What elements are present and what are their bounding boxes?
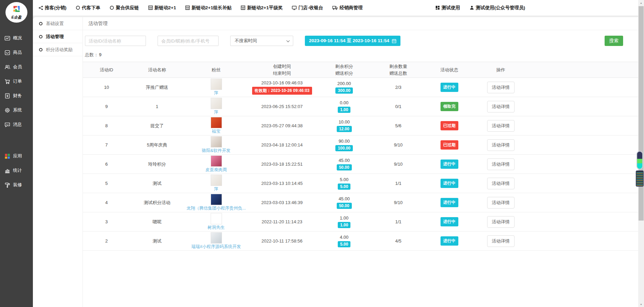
top-nav-item-6[interactable]: 门店-收银台 (292, 5, 323, 11)
fan-name-link[interactable]: 皮蛋瘦肉周 (206, 167, 227, 173)
fan-cell: 萍 (184, 174, 248, 193)
time-filter-select[interactable]: 不搜索时间 (230, 36, 293, 46)
sidebar-item-members[interactable]: 会员 (0, 60, 33, 74)
fan-avatar (211, 194, 222, 205)
date-range-button[interactable]: 2023-09-16 11:54 至 2023-10-16 11:54 (305, 36, 400, 46)
top-nav-user-label: 测试使用 (442, 5, 460, 11)
fan-cell: 骆阳&软件开发 (184, 135, 248, 154)
submenu-item-0[interactable]: 基础设置 (33, 17, 83, 30)
sidebar-item-finance[interactable]: 财务 (0, 88, 33, 103)
sidebar-item-decorate[interactable]: 装修 (0, 178, 33, 192)
remaining-points: 4.00 (315, 235, 373, 240)
sidebar-item-orders[interactable]: 订单 (0, 74, 33, 88)
floating-widget-gradient[interactable] (636, 151, 643, 169)
fan-avatar (211, 136, 222, 147)
sidebar-item-stats[interactable]: 统计 (0, 163, 33, 178)
search-button[interactable]: 搜索 (605, 36, 623, 46)
remaining-points: 10.00 (315, 119, 373, 125)
time-cell: 2022-11-20 11:14:23 (248, 219, 315, 224)
top-nav-item-5[interactable]: 新链动2+1平级奖 (241, 5, 283, 11)
fan-name-link[interactable]: 龙翔（腾信集团小程序贵州负... (187, 205, 246, 211)
status-cell: 进行中 (424, 217, 475, 226)
activities-table: 活动ID活动名称粉丝创建时间结束时间剩余积分赠送积分剩余数量赠送总数活动状态操作… (83, 62, 638, 251)
activity-id-cell: 10 (83, 85, 130, 90)
top-nav-item-2[interactable]: 聚合供应链 (110, 5, 139, 11)
table-header-row: 活动ID活动名称粉丝创建时间结束时间剩余积分赠送积分剩余数量赠送总数活动状态操作 (83, 62, 638, 78)
fan-name-link[interactable]: 萍 (214, 186, 219, 192)
submenu-item-label: 活动管理 (46, 34, 64, 40)
column-header: 剩余积分赠送积分 (315, 63, 373, 77)
floating-widget-striped[interactable] (636, 170, 644, 187)
activity-detail-button[interactable]: 活动详情 (487, 235, 515, 247)
time-cell: 2023-10-16 09:46:03 有效期：2023-10-26 09:46… (248, 80, 315, 95)
circle-bullet-icon (39, 35, 42, 38)
activity-detail-button[interactable]: 活动详情 (487, 101, 515, 113)
gift-points-badge: 50.00 (337, 203, 352, 209)
activity-detail-button[interactable]: 活动详情 (487, 82, 515, 93)
created-time: 2023-03-13 10:14:45 (248, 181, 315, 186)
column-header: 粉丝 (184, 66, 248, 74)
top-nav-user-item-0[interactable]: 测试使用 (435, 5, 460, 11)
activity-detail-button[interactable]: 活动详情 (487, 197, 515, 209)
status-cell: 进行中 (424, 83, 475, 92)
top-nav-item-7[interactable]: 经销商管理 (332, 5, 363, 11)
fan-name-link[interactable]: 骆阳&软件开发 (202, 148, 230, 154)
chevron-down-icon (286, 39, 290, 42)
status-badge: 进行中 (441, 179, 458, 188)
top-nav-item-0[interactable]: 推客(分销) (38, 5, 66, 11)
brand-logo[interactable]: E企盈 (5, 2, 27, 23)
action-cell: 活动详情 (475, 197, 527, 209)
submenu-item-2[interactable]: 积分活动奖励 (33, 43, 83, 56)
top-nav-item-4[interactable]: 新链动2+1组长补贴 (185, 5, 232, 11)
gift-points-badge: 5.00 (338, 241, 350, 247)
total-count-label: 总数： (85, 52, 98, 57)
scrollbar-down-arrow[interactable]: ▼ (638, 302, 644, 307)
fan-name-link[interactable]: 萍 (214, 90, 219, 96)
scrollbar-up-arrow[interactable]: ▲ (638, 0, 644, 5)
sidebar-item-overview[interactable]: 概况 (0, 31, 33, 45)
activity-detail-button[interactable]: 活动详情 (487, 178, 515, 189)
submenu-item-label: 基础设置 (46, 21, 64, 27)
scrollbar-thumb[interactable] (639, 6, 644, 221)
activity-detail-button[interactable]: 活动详情 (487, 120, 515, 132)
action-cell: 活动详情 (475, 216, 527, 228)
table-row: 8 提交了 福宝 2023-05-27 09:44:38 10.00 12.00… (83, 116, 638, 135)
top-nav-user-item-1[interactable]: 测试使用(公众号管理员) (470, 5, 525, 11)
fan-name-link[interactable]: 萍 (214, 109, 219, 115)
status-badge: 已过期 (441, 121, 458, 130)
truck-icon (332, 6, 338, 10)
brand-logo-icon (12, 5, 21, 15)
column-header: 创建时间结束时间 (248, 63, 315, 77)
total-count-value: 9 (99, 52, 101, 57)
quantity-cell: 2/3 (373, 85, 424, 90)
points-cell: 45.00 50.00 (315, 158, 373, 170)
fan-avatar (211, 175, 222, 186)
activity-detail-button[interactable]: 活动详情 (487, 216, 515, 228)
sidebar-item-messages[interactable]: 消息 (0, 117, 33, 132)
activity-detail-button[interactable]: 活动详情 (487, 139, 515, 151)
members-icon (4, 64, 10, 70)
fan-name-link[interactable]: 树洞先生 (208, 225, 225, 231)
fan-name-link[interactable]: 瑞瑞#小程序源码系统开发 (191, 244, 241, 250)
top-nav-item-3[interactable]: 新链动2+1 (148, 5, 176, 11)
messages-icon (4, 122, 10, 128)
fan-avatar (211, 117, 222, 128)
submenu-panel: 基础设置活动管理积分活动奖励 (33, 17, 83, 307)
points-cell: 1.00 1.00 (315, 215, 373, 228)
activity-detail-button[interactable]: 活动详情 (487, 158, 515, 170)
top-nav-user-label: 测试使用(公众号管理员) (476, 5, 525, 11)
sidebar-item-label: 消息 (13, 121, 22, 128)
member-search-input[interactable] (158, 36, 219, 46)
submenu-item-1[interactable]: 活动管理 (33, 30, 83, 43)
top-nav-item-label: 代客下单 (82, 5, 100, 11)
points-cell: 90.00 100.00 (315, 139, 373, 151)
sidebar-item-apps-colored[interactable]: 应用 (0, 149, 33, 163)
remaining-points: 1.00 (315, 215, 373, 221)
activity-search-input[interactable] (85, 36, 146, 46)
quantity-cell: 4/5 (373, 238, 424, 244)
fan-name-link[interactable]: 福宝 (212, 129, 221, 134)
sidebar-item-goods[interactable]: 商品 (0, 45, 33, 60)
top-nav-item-1[interactable]: 代客下单 (76, 5, 100, 11)
sidebar-item-system[interactable]: 系统 (0, 103, 33, 117)
remaining-points: 0.00 (315, 100, 373, 105)
